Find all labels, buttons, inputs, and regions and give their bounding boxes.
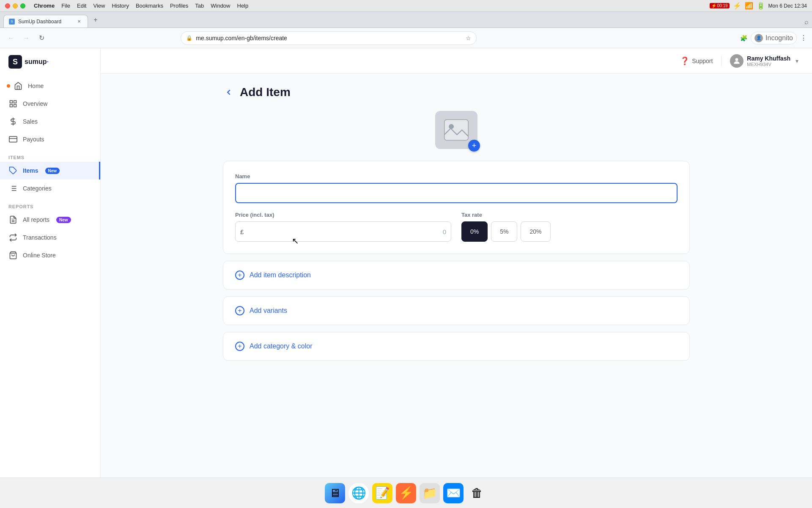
name-label: Name [235,173,678,179]
image-upload-area[interactable]: + [223,111,690,149]
back-nav-button[interactable]: ← [5,32,17,44]
traffic-lights[interactable] [5,3,25,8]
price-input[interactable] [235,221,451,242]
currency-symbol: £ [240,228,244,235]
sidebar-item-sales[interactable]: Sales [0,113,100,130]
wifi-icon: 📶 [745,2,753,10]
svg-rect-3 [10,105,13,107]
add-description-section[interactable]: + Add item description [223,261,690,290]
menu-file[interactable]: File [61,3,70,9]
bookmark-icon[interactable]: ☆ [466,35,471,41]
help-circle-icon: ❓ [680,56,689,66]
user-avatar [730,54,743,68]
image-placeholder-icon [444,119,469,141]
logo-box: S [8,55,22,69]
titlebar-menu: Chrome File Edit View History Bookmarks … [34,3,248,9]
transactions-icon [8,233,18,242]
sidebar-item-home[interactable]: Home [0,77,100,95]
user-id: MEXH934V [747,62,790,67]
tab-favicon: S [9,19,15,25]
reload-button[interactable]: ↻ [36,32,47,44]
dock-finder[interactable]: 🖥 [325,483,345,503]
sales-icon [8,117,18,126]
address-input[interactable]: 🔒 me.sumup.com/en-gb/items/create ☆ [181,31,477,45]
sidebar-item-all-reports[interactable]: All reports New [0,211,100,229]
user-name: Ramy Khuffash [747,55,790,62]
dock: 🖥 🌐 📝 ⚡ 📁 ✉️ 🗑 [0,478,812,508]
battery-icon: 🔋 [757,2,765,10]
dock-lightning[interactable]: ⚡ [396,483,416,503]
titlebar-right: ⚡ 00:19 ⚡ 📶 🔋 Mon 6 Dec 12:34 [710,2,807,10]
add-category-color-section[interactable]: + Add category & color [223,332,690,361]
menu-chrome[interactable]: Chrome [34,3,55,9]
overview-icon [8,99,18,108]
menu-profiles[interactable]: Profiles [170,3,188,9]
description-plus-icon: + [235,271,244,280]
sidebar-label-all-reports: All reports [23,216,49,223]
tax-20-button[interactable]: 20% [521,221,550,242]
sidebar-label-overview: Overview [23,100,47,107]
menu-help[interactable]: Help [237,3,249,9]
address-bar: ← → ↻ 🔒 me.sumup.com/en-gb/items/create … [0,28,812,48]
menu-window[interactable]: Window [211,3,230,9]
tab-search-icon[interactable]: ⌕ [804,18,809,26]
add-variants-section[interactable]: + Add variants [223,296,690,325]
logo-icon: S [13,58,18,66]
incognito-profile-button[interactable]: 👤 Incognito [751,32,797,44]
svg-rect-1 [14,101,16,103]
address-text: me.sumup.com/en-gb/items/create [196,35,462,41]
tax-label: Tax rate [461,212,678,218]
header-divider [721,56,721,66]
variants-plus-icon: + [235,306,244,315]
extensions-icon[interactable]: 🧩 [740,35,747,41]
sidebar-label-payouts: Payouts [23,136,44,143]
sidebar-label-sales: Sales [23,118,38,125]
user-menu[interactable]: Ramy Khuffash MEXH934V ▾ [730,54,798,68]
active-tab[interactable]: S SumUp Dashboard ✕ [3,15,88,28]
description-label: Add item description [250,271,311,279]
minimize-button[interactable] [13,3,18,8]
name-input[interactable] [235,183,678,203]
support-button[interactable]: ❓ Support [680,56,713,66]
tax-0-button[interactable]: 0% [461,221,488,242]
dock-mail[interactable]: ✉️ [443,483,464,503]
menu-tab[interactable]: Tab [195,3,204,9]
forward-nav-button[interactable]: → [20,32,32,44]
tax-5-button[interactable]: 5% [491,221,517,242]
menu-edit[interactable]: Edit [77,3,86,9]
sidebar-label-transactions: Transactions [23,234,57,241]
sidebar-item-payouts[interactable]: Payouts [0,130,100,148]
back-button[interactable] [223,86,235,98]
dock-chrome[interactable]: 🌐 [348,483,369,503]
svg-point-19 [449,124,454,129]
tab-close-button[interactable]: ✕ [76,18,82,25]
new-tab-button[interactable]: + [90,14,102,26]
app-container: S sumup· Home Overview [0,48,812,495]
svg-rect-5 [9,136,17,142]
sidebar-label-home: Home [28,83,44,89]
sidebar-item-overview[interactable]: Overview [0,95,100,113]
menu-history[interactable]: History [112,3,129,9]
maximize-button[interactable] [20,3,25,8]
titlebar: Chrome File Edit View History Bookmarks … [0,0,812,12]
dock-trash[interactable]: 🗑 [467,483,487,503]
menu-bookmarks[interactable]: Bookmarks [136,3,163,9]
sidebar-item-categories[interactable]: Categories [0,179,100,197]
tax-buttons: 0% 5% 20% [461,221,678,242]
sidebar-item-transactions[interactable]: Transactions [0,229,100,246]
incognito-avatar: 👤 [754,34,763,42]
add-image-button[interactable]: + [468,140,480,152]
dock-files[interactable]: 📁 [420,483,440,503]
sidebar-item-items[interactable]: Items New [0,162,100,179]
sidebar-label-online-store: Online Store [23,252,56,259]
sidebar-item-online-store[interactable]: Online Store [0,246,100,264]
menu-view[interactable]: View [93,3,105,9]
battery-indicator: ⚡ 00:19 [710,3,730,8]
profile-label: Incognito [765,34,793,42]
user-info: Ramy Khuffash MEXH934V [747,55,790,67]
chrome-menu-icon[interactable]: ⋮ [800,34,807,42]
reports-new-badge: New [56,217,71,223]
dock-notes[interactable]: 📝 [372,483,392,503]
close-button[interactable] [5,3,10,8]
svg-rect-18 [444,119,468,140]
